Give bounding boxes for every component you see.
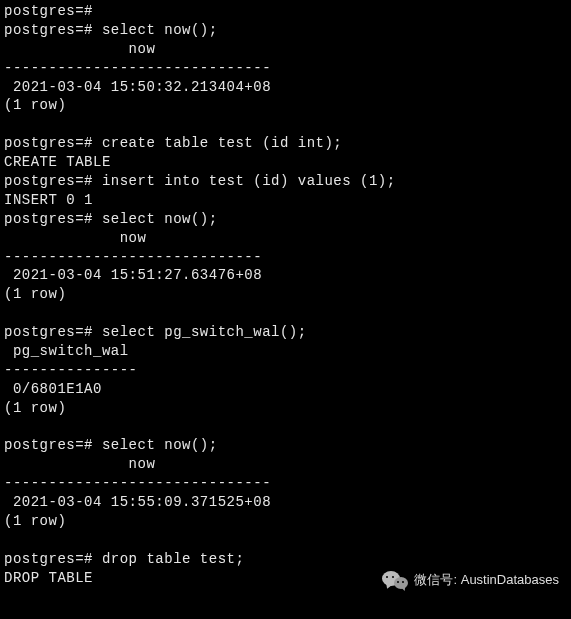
terminal-output[interactable]: postgres=# postgres=# select now(); now …: [0, 0, 571, 590]
wechat-watermark: 微信号: AustinDatabases: [382, 569, 559, 591]
wechat-icon: [382, 569, 408, 591]
watermark-label: 微信号: AustinDatabases: [414, 571, 559, 589]
